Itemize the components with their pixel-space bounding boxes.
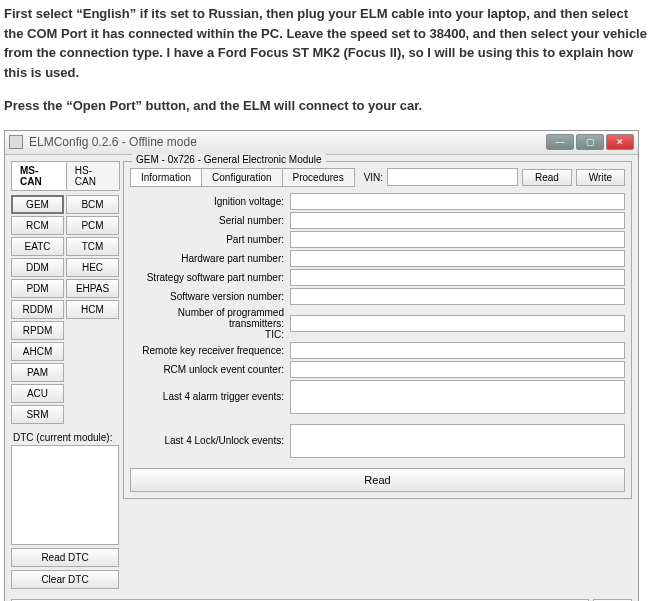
- value-transmitters: [290, 315, 625, 332]
- minimize-button[interactable]: —: [546, 134, 574, 150]
- module-rpdm[interactable]: RPDM: [11, 321, 64, 340]
- label-remote-key-freq: Remote key receiver frequence:: [130, 345, 290, 356]
- app-icon: [9, 135, 23, 149]
- label-transmitters: Number of programmed transmitters:TIC:: [130, 307, 290, 340]
- vin-write-button[interactable]: Write: [576, 169, 625, 186]
- module-groupbox: GEM - 0x726 - General Electronic Module …: [123, 161, 632, 499]
- label-hardware-part-number: Hardware part number:: [130, 253, 290, 264]
- bus-tabs: MS-CAN HS-CAN: [11, 161, 119, 191]
- read-button[interactable]: Read: [130, 468, 625, 492]
- instruction-p2: Press the “Open Port” button, and the EL…: [4, 96, 650, 116]
- vin-read-button[interactable]: Read: [522, 169, 572, 186]
- window-title: ELMConfig 0.2.6 - Offline mode: [29, 135, 546, 149]
- module-tcm[interactable]: TCM: [66, 237, 119, 256]
- module-gem[interactable]: GEM: [11, 195, 64, 214]
- value-rcm-unlock-counter: [290, 361, 625, 378]
- label-strategy-software-pn: Strategy software part number:: [130, 272, 290, 283]
- status-bar: Log >: [5, 595, 638, 602]
- label-rcm-unlock-counter: RCM unlock event counter:: [130, 364, 290, 375]
- module-pcm[interactable]: PCM: [66, 216, 119, 235]
- module-grid: GEM BCM RCM PCM EATC TCM DDM HEC PDM EHP…: [11, 195, 119, 424]
- dtc-label: DTC (current module):: [13, 432, 119, 443]
- module-rddm[interactable]: RDDM: [11, 300, 64, 319]
- module-srm[interactable]: SRM: [11, 405, 64, 424]
- value-ignition-voltage: [290, 193, 625, 210]
- subtab-procedures[interactable]: Procedures: [282, 168, 355, 187]
- module-pdm[interactable]: PDM: [11, 279, 64, 298]
- tab-mscan[interactable]: MS-CAN: [11, 161, 67, 190]
- module-pam[interactable]: PAM: [11, 363, 64, 382]
- module-hcm[interactable]: HCM: [66, 300, 119, 319]
- subtab-configuration[interactable]: Configuration: [201, 168, 282, 187]
- value-part-number: [290, 231, 625, 248]
- value-hardware-part-number: [290, 250, 625, 267]
- module-ahcm[interactable]: AHCM: [11, 342, 64, 361]
- groupbox-legend: GEM - 0x726 - General Electronic Module: [132, 154, 326, 165]
- maximize-button[interactable]: ▢: [576, 134, 604, 150]
- close-button[interactable]: ✕: [606, 134, 634, 150]
- app-window: ELMConfig 0.2.6 - Offline mode — ▢ ✕ MS-…: [4, 130, 639, 602]
- module-eatc[interactable]: EATC: [11, 237, 64, 256]
- vin-input[interactable]: [387, 168, 518, 186]
- info-table: Ignition voltage: Serial number: Part nu…: [130, 193, 625, 458]
- subtab-information[interactable]: Information: [130, 168, 202, 187]
- titlebar: ELMConfig 0.2.6 - Offline mode — ▢ ✕: [5, 131, 638, 155]
- module-hec[interactable]: HEC: [66, 258, 119, 277]
- label-software-version: Software version number:: [130, 291, 290, 302]
- module-bcm[interactable]: BCM: [66, 195, 119, 214]
- label-serial-number: Serial number:: [130, 215, 290, 226]
- module-acu[interactable]: ACU: [11, 384, 64, 403]
- instruction-p1: First select “English” if its set to Rus…: [4, 4, 650, 82]
- value-alarm-events: [290, 380, 625, 414]
- label-ignition-voltage: Ignition voltage:: [130, 196, 290, 207]
- module-rcm[interactable]: RCM: [11, 216, 64, 235]
- dtc-list[interactable]: [11, 445, 119, 545]
- module-ddm[interactable]: DDM: [11, 258, 64, 277]
- module-ehpas[interactable]: EHPAS: [66, 279, 119, 298]
- value-remote-key-freq: [290, 342, 625, 359]
- value-lock-unlock-events: [290, 424, 625, 458]
- label-part-number: Part number:: [130, 234, 290, 245]
- tab-hscan[interactable]: HS-CAN: [66, 161, 120, 190]
- value-serial-number: [290, 212, 625, 229]
- value-software-version: [290, 288, 625, 305]
- vin-label: VIN:: [364, 172, 383, 183]
- clear-dtc-button[interactable]: Clear DTC: [11, 570, 119, 589]
- read-dtc-button[interactable]: Read DTC: [11, 548, 119, 567]
- value-strategy-software-pn: [290, 269, 625, 286]
- label-lock-unlock-events: Last 4 Lock/Unlock events:: [130, 435, 290, 446]
- label-alarm-events: Last 4 alarm trigger events:: [130, 391, 290, 402]
